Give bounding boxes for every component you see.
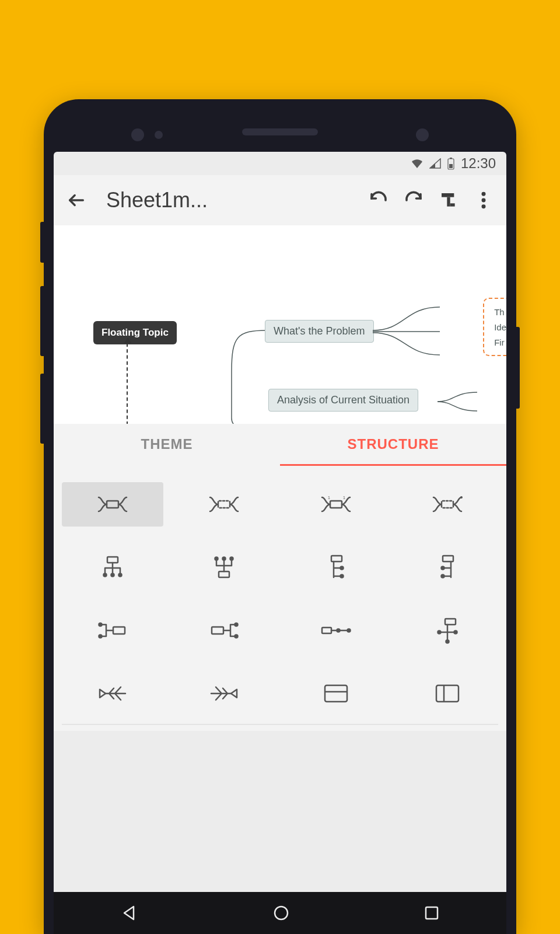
svg-point-26 — [340, 567, 343, 570]
svg-point-36 — [235, 635, 238, 638]
structure-option-tree-branch[interactable] — [397, 608, 499, 653]
screen: 12:30 Sheet1m... Floating Topic — [54, 152, 506, 934]
svg-point-29 — [442, 567, 444, 570]
svg-point-48 — [275, 907, 288, 919]
svg-rect-5 — [447, 197, 450, 207]
svg-rect-21 — [219, 571, 229, 577]
svg-point-27 — [340, 575, 343, 578]
structure-option-column[interactable] — [397, 671, 499, 716]
nav-home-button[interactable] — [272, 904, 290, 922]
topic-node-analysis[interactable]: Analysis of Current Situation — [268, 389, 418, 412]
volume-button — [40, 286, 44, 356]
svg-point-24 — [230, 557, 233, 560]
svg-rect-37 — [322, 628, 331, 633]
structure-option-timeline[interactable] — [285, 608, 387, 653]
svg-point-42 — [454, 631, 457, 634]
structure-option-logic-right[interactable] — [62, 608, 163, 653]
volume-button — [40, 222, 44, 263]
svg-rect-6 — [450, 203, 455, 206]
phone-speaker — [242, 128, 318, 135]
phone-sensor — [155, 131, 163, 139]
subtopic-list: Th Ide Fir — [494, 305, 506, 350]
floating-topic-node[interactable]: Floating Topic — [93, 321, 177, 344]
svg-point-43 — [446, 640, 449, 643]
panel-tabs: THEME STRUCTURE — [54, 424, 506, 466]
volume-button — [40, 374, 44, 444]
svg-rect-17 — [107, 557, 118, 563]
subtopic-item[interactable]: Ide — [494, 320, 506, 335]
structure-option-map-balanced[interactable] — [62, 482, 163, 527]
svg-rect-11 — [218, 501, 230, 508]
svg-point-9 — [482, 204, 486, 208]
power-button — [516, 327, 520, 409]
svg-point-16 — [460, 496, 463, 499]
svg-text:1: 1 — [343, 496, 345, 500]
svg-point-33 — [99, 635, 102, 638]
svg-point-30 — [442, 575, 444, 578]
svg-rect-44 — [325, 685, 347, 702]
svg-point-41 — [438, 631, 441, 634]
svg-rect-25 — [331, 556, 342, 562]
relationship-arrow[interactable] — [127, 343, 128, 424]
structure-option-tree-left-variant[interactable] — [397, 545, 499, 590]
tab-structure[interactable]: STRUCTURE — [280, 424, 506, 466]
phone-camera — [416, 128, 429, 141]
svg-rect-1 — [450, 158, 452, 159]
svg-rect-31 — [113, 627, 125, 634]
undo-button[interactable] — [366, 188, 391, 212]
svg-rect-10 — [107, 501, 118, 508]
structure-option-org-down[interactable] — [62, 545, 163, 590]
svg-point-20 — [118, 574, 121, 577]
structure-option-map-clockwise[interactable] — [174, 482, 275, 527]
svg-rect-4 — [442, 193, 454, 197]
svg-point-7 — [482, 192, 486, 196]
format-button[interactable] — [436, 188, 461, 212]
svg-point-35 — [235, 623, 238, 626]
svg-rect-12 — [330, 501, 342, 508]
tab-theme[interactable]: THEME — [54, 424, 280, 466]
android-nav-bar — [54, 892, 506, 934]
svg-point-39 — [347, 629, 350, 632]
subtopic-item[interactable]: Fir — [494, 335, 506, 350]
svg-point-22 — [215, 557, 218, 560]
svg-rect-2 — [449, 164, 453, 168]
svg-rect-46 — [436, 685, 459, 702]
svg-point-8 — [482, 198, 486, 203]
svg-point-19 — [111, 574, 114, 577]
status-bar: 12:30 — [54, 152, 506, 175]
subtopic-item[interactable]: Th — [494, 305, 506, 320]
svg-point-32 — [99, 623, 102, 626]
wifi-icon — [411, 158, 424, 169]
more-button[interactable] — [471, 188, 496, 212]
structure-option-logic-left[interactable] — [174, 608, 275, 653]
structure-panel: 11 — [54, 466, 506, 731]
structure-option-fishbone-right[interactable] — [174, 671, 275, 716]
structure-option-map-numbered[interactable] — [397, 482, 499, 527]
document-title[interactable]: Sheet1m... — [99, 188, 356, 212]
svg-text:1: 1 — [328, 496, 330, 500]
app-bar: Sheet1m... — [54, 175, 506, 225]
divider — [62, 724, 498, 725]
structure-option-tree-right[interactable] — [285, 545, 387, 590]
phone-frame: 12:30 Sheet1m... Floating Topic — [44, 99, 516, 934]
svg-rect-49 — [426, 907, 438, 919]
battery-icon — [447, 157, 455, 170]
cellular-icon — [429, 158, 441, 169]
structure-option-table[interactable] — [285, 671, 387, 716]
svg-rect-15 — [442, 501, 453, 508]
nav-recent-button[interactable] — [424, 905, 439, 921]
structure-option-org-up[interactable] — [174, 545, 275, 590]
clock-text: 12:30 — [461, 155, 496, 172]
structure-option-map-counter[interactable]: 11 — [285, 482, 387, 527]
mindmap-canvas[interactable]: Floating Topic What's the Problem Analys… — [54, 225, 506, 424]
back-button[interactable] — [64, 188, 89, 212]
svg-point-38 — [337, 629, 340, 632]
structure-option-fishbone-left[interactable] — [62, 671, 163, 716]
topic-node-problem[interactable]: What's the Problem — [265, 320, 374, 343]
svg-rect-28 — [443, 556, 453, 562]
phone-sensor — [131, 128, 144, 141]
nav-back-button[interactable] — [121, 904, 138, 922]
redo-button[interactable] — [401, 188, 426, 212]
svg-point-23 — [223, 557, 226, 560]
svg-point-18 — [103, 574, 106, 577]
